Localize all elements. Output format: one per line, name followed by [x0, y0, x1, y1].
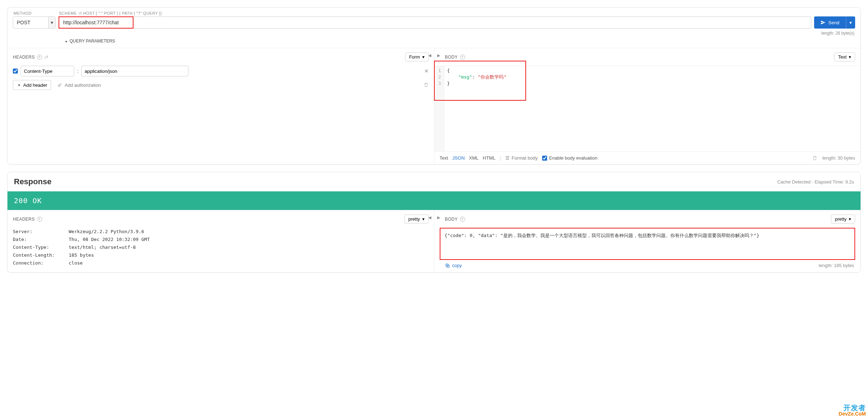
sort-icon[interactable]: ↓² [44, 55, 48, 60]
response-body-column: ▶ BODY ? pretty ▾ {"code": 0, "data": "是… [434, 210, 861, 272]
header-enabled-checkbox[interactable] [13, 69, 18, 74]
headers-title: HEADERS [13, 55, 35, 60]
response-title: Response [14, 177, 51, 186]
collapse-left-icon[interactable]: ◀ [428, 215, 431, 220]
send-label: Send [828, 20, 839, 25]
body-mode-dropdown[interactable]: Text ▾ [834, 52, 855, 61]
enable-body-eval-checkbox[interactable] [542, 156, 547, 161]
collapse-left-icon[interactable]: ◀ [428, 53, 431, 58]
body-editor[interactable]: 123 { "msg": "你会数学吗"} [434, 66, 861, 151]
svg-point-0 [59, 85, 60, 86]
response-headers-column: HEADERS ? pretty ▾ ◀ Server: Werkzeug/2.… [7, 210, 434, 272]
header-name-input[interactable] [21, 66, 74, 76]
query-parameters-label: QUERY PARAMETERS [70, 39, 115, 44]
chevron-down-icon: ▾ [422, 216, 425, 222]
response-meta: Cache Detected - Elapsed Time: 9.2s [777, 179, 854, 185]
response-status: 200 OK [7, 191, 861, 210]
collapse-right-icon[interactable]: ▶ [437, 53, 440, 58]
help-icon[interactable]: ? [37, 217, 42, 222]
format-icon: ☰ [505, 155, 510, 161]
method-label: METHOD [13, 11, 58, 15]
response-body-content: {"code": 0, "data": "是的，我会数学。我是一个大型语言模型，… [440, 228, 856, 260]
add-header-button[interactable]: ＋ Add header [13, 80, 51, 90]
enable-body-eval-toggle[interactable]: Enable body evaluation [542, 155, 597, 161]
body-code[interactable]: { "msg": "你会数学吗"} [444, 66, 510, 151]
url-input[interactable]: http://localhost:7777/chat [59, 16, 811, 29]
url-label: SCHEME :// HOST [ ":" PORT ] [ PATH [ "?… [58, 11, 855, 15]
response-body-length: length: 185 bytes [819, 263, 854, 268]
chevron-down-icon[interactable]: ▾ [48, 17, 55, 28]
key-icon [57, 82, 62, 87]
send-dropdown-button[interactable]: ▾ [846, 16, 855, 29]
response-panel: Response Cache Detected - Elapsed Time: … [7, 172, 861, 273]
response-headers-title: HEADERS [13, 217, 35, 222]
format-body-button[interactable]: ☰ Format body [505, 155, 538, 161]
url-length-text: length: 26 byte(s) [13, 31, 854, 36]
tab-xml[interactable]: XML [469, 155, 479, 161]
tab-html[interactable]: HTML [483, 155, 495, 161]
line-gutter: 123 [434, 66, 444, 151]
chevron-right-icon: ▸ [66, 39, 67, 43]
headers-view-dropdown[interactable]: Form ▾ [405, 52, 428, 61]
colon-separator: : [77, 68, 79, 74]
help-icon[interactable]: ? [460, 55, 465, 60]
chevron-down-icon: ▾ [422, 54, 425, 60]
tab-text[interactable]: Text [440, 155, 448, 161]
response-headers-mode-dropdown[interactable]: pretty ▾ [404, 215, 429, 223]
response-headers-list: Server: Werkzeug/2.2.2 Python/3.9.6Date:… [13, 228, 429, 267]
chevron-down-icon: ▾ [849, 54, 851, 60]
body-title: BODY [445, 55, 458, 60]
chevron-down-icon: ▾ [849, 216, 851, 222]
method-select[interactable]: POST ▾ [13, 16, 56, 29]
request-panel: METHOD SCHEME :// HOST [ ":" PORT ] [ PA… [7, 7, 861, 165]
header-value-input[interactable] [81, 66, 188, 76]
request-headers-column: HEADERS ? ↓² Form ▾ ◀ [7, 48, 434, 164]
help-icon[interactable]: ? [460, 217, 465, 222]
send-button[interactable]: Send [814, 16, 846, 29]
header-row: : ✕ [13, 66, 429, 76]
add-authorization-button[interactable]: Add authorization [57, 82, 101, 88]
response-body-title: BODY [445, 217, 458, 222]
method-value: POST [13, 20, 48, 25]
url-value: http://localhost:7777/chat [63, 20, 119, 25]
collapse-right-icon[interactable]: ▶ [437, 215, 440, 220]
help-icon[interactable]: ? [37, 55, 42, 60]
body-length-text: length: 30 bytes [822, 155, 855, 161]
trash-icon[interactable] [424, 82, 429, 87]
trash-icon[interactable] [812, 156, 817, 161]
remove-header-icon[interactable]: ✕ [424, 68, 429, 74]
query-parameters-toggle[interactable]: ▸ QUERY PARAMETERS [66, 39, 855, 44]
copy-button[interactable]: copy [445, 263, 462, 268]
paper-plane-icon [821, 20, 826, 25]
request-body-column: ▶ BODY ? Text ▾ 123 [434, 48, 861, 164]
copy-icon [445, 263, 450, 268]
tab-json[interactable]: JSON [452, 155, 465, 161]
plus-icon: ＋ [17, 82, 21, 88]
response-body-mode-dropdown[interactable]: pretty ▾ [831, 215, 855, 223]
